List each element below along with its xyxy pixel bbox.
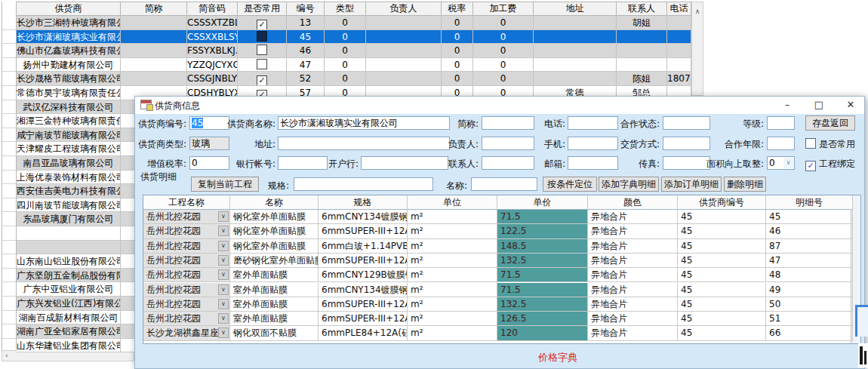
- supplier-row[interactable]: 南昌亚晶玻璃有限公司: [17, 156, 134, 171]
- common-checkbox[interactable]: ✓: [257, 20, 267, 29]
- common-checkbox-cell[interactable]: ✓: [238, 72, 287, 85]
- common-checkbox[interactable]: [257, 45, 267, 55]
- supplier-row[interactable]: 天津耀皮工程玻璃有限公司: [17, 142, 134, 156]
- chevron-down-icon[interactable]: ∨: [218, 269, 229, 280]
- common-checkbox[interactable]: ✓: [257, 75, 267, 85]
- grid-header-cell[interactable]: 负责人: [366, 2, 442, 16]
- delivery-method-input[interactable]: [663, 137, 710, 150]
- supplier-row[interactable]: 广东坚朗五金制品股份有限公司: [17, 269, 134, 283]
- detail-header-cell[interactable]: 单价: [497, 195, 588, 210]
- common-checkbox[interactable]: [257, 59, 267, 69]
- detail-header-cell[interactable]: 工程名称: [143, 195, 230, 210]
- grid-header-cell[interactable]: 简称: [121, 2, 187, 16]
- grid-header-cell[interactable]: 电话: [667, 2, 691, 16]
- project-dropdown-cell[interactable]: 岳州北控花园∨: [143, 224, 230, 238]
- project-dropdown-cell[interactable]: 岳州北控花园∨: [143, 268, 230, 282]
- spec-input[interactable]: [294, 177, 433, 191]
- supplier-row[interactable]: 上海优泰装饰材料有限公司: [17, 171, 134, 185]
- supplier-row[interactable]: 长沙晟格节能玻璃有限公司CSSGJNBLYXGS✓52000陈姐180751: [17, 72, 691, 86]
- supplier-row[interactable]: 山东南山铝业股份有限公司: [17, 254, 134, 269]
- project-dropdown-cell[interactable]: 岳州北控花园∨: [143, 254, 230, 268]
- supplier-row[interactable]: 东晶玻璃厦门有限公司: [17, 212, 134, 226]
- copy-project-button[interactable]: 复制当前工程: [191, 177, 259, 192]
- locate-by-condition-button[interactable]: 按条件定位: [543, 177, 597, 192]
- common-checkbox-cell[interactable]: ✓: [238, 16, 287, 29]
- supplier-row[interactable]: 长沙市三湘特种玻璃有限公司CSSSXTZBL...✓13000胡姐: [17, 16, 691, 30]
- detail-header-cell[interactable]: 单位: [408, 195, 497, 210]
- common-checkbox-cell[interactable]: [238, 44, 287, 57]
- chevron-down-icon[interactable]: ∨: [218, 284, 229, 295]
- chevron-down-icon[interactable]: ∨: [218, 255, 229, 266]
- supplier-row[interactable]: 湖南百成新材料有限公司: [17, 311, 134, 325]
- maximize-button[interactable]: □: [807, 97, 831, 114]
- project-dropdown-cell[interactable]: 岳州北控花园∨: [143, 297, 230, 312]
- project-bind-checkbox[interactable]: ✓工程绑定: [805, 158, 855, 171]
- close-button[interactable]: ✕: [839, 97, 863, 114]
- scroll-left-icon[interactable]: ‹: [5, 351, 8, 361]
- supplier-id-input[interactable]: 45: [189, 116, 229, 130]
- chevron-down-icon[interactable]: ∨: [218, 299, 229, 309]
- name-input[interactable]: [471, 177, 537, 191]
- vertical-scrollbar[interactable]: ∧: [691, 2, 703, 96]
- grade-input[interactable]: [767, 116, 795, 130]
- grid-header-cell[interactable]: 类型: [325, 2, 366, 16]
- project-dropdown-cell[interactable]: 岳州北控花园∨: [143, 210, 230, 224]
- grid-header-cell[interactable]: 是否常用: [238, 2, 287, 16]
- grid-header-cell[interactable]: 简音码: [187, 2, 238, 16]
- supplier-row[interactable]: 佛山市亿鑫玻璃科技有限公司FSSYXBLKJ...46000: [17, 44, 691, 58]
- common-checkbox-cell[interactable]: [238, 30, 287, 44]
- supplier-row[interactable]: 山东华建铝业集团有限公司: [17, 339, 134, 353]
- supplier-row[interactable]: 四川南玻节能玻璃有限公司: [17, 198, 134, 213]
- detail-header-cell[interactable]: 供货商编号: [678, 195, 766, 210]
- chevron-down-icon[interactable]: ∨: [783, 158, 793, 168]
- supplier-row[interactable]: 广东兴发铝业(江西)有限公司: [17, 297, 134, 311]
- vat-rate-input[interactable]: 0: [189, 156, 229, 170]
- common-checkbox-cell[interactable]: [238, 58, 287, 72]
- chevron-down-icon[interactable]: ∨: [218, 211, 229, 222]
- detail-header-cell[interactable]: 颜色: [588, 195, 678, 210]
- grid-header-cell[interactable]: 编号: [287, 2, 325, 16]
- detail-header-cell[interactable]: 名称: [230, 195, 319, 210]
- address-input[interactable]: [278, 137, 450, 150]
- supplier-row[interactable]: 长沙市潇湘玻璃实业有限公司CSSXXBLSY...45000: [17, 30, 691, 45]
- delete-detail-button[interactable]: 删除明细: [724, 177, 766, 192]
- grid-header-cell[interactable]: 加工费: [473, 2, 534, 16]
- supplier-row[interactable]: 武汉亿深科技有限公司: [17, 100, 134, 115]
- fax-input[interactable]: [663, 156, 710, 170]
- save-return-button[interactable]: 存盘返回: [805, 115, 855, 131]
- project-dropdown-cell[interactable]: 长沙龙湖祺鑫星座∨: [143, 326, 230, 340]
- project-dropdown-cell[interactable]: 岳州北控花园∨: [143, 283, 230, 297]
- project-dropdown-cell[interactable]: 岳州北控花园∨: [143, 239, 230, 254]
- coop-status-input[interactable]: [663, 116, 710, 130]
- project-dropdown-cell[interactable]: 岳州北控花园∨: [143, 312, 230, 326]
- supplier-row[interactable]: 扬州中勤建材有限公司YZZQJCYXGS47000: [17, 58, 691, 72]
- detail-header-cell[interactable]: 明细号: [766, 195, 853, 210]
- supplier-row[interactable]: [17, 226, 134, 241]
- supplier-row[interactable]: 广东中亚铝业有限公司: [17, 282, 134, 297]
- detail-header-cell[interactable]: 规格: [319, 195, 408, 210]
- grid-header-cell[interactable]: 联系人: [617, 2, 667, 16]
- coop-years-input[interactable]: [767, 137, 795, 150]
- supplier-type-input[interactable]: 玻璃: [189, 137, 229, 150]
- chevron-down-icon[interactable]: ∨: [218, 327, 229, 338]
- chevron-down-icon[interactable]: ∨: [218, 241, 229, 251]
- common-checkbox[interactable]: [257, 31, 267, 42]
- minimize-button[interactable]: –: [775, 97, 799, 114]
- add-dict-detail-button[interactable]: 添加字典明细: [599, 177, 659, 192]
- scroll-up-icon[interactable]: ∧: [695, 7, 700, 17]
- grid-header-cell[interactable]: 税率: [442, 2, 473, 16]
- bank-account-input[interactable]: [278, 156, 328, 170]
- add-order-detail-button[interactable]: 添加订单明细: [661, 177, 722, 192]
- grid-header-cell[interactable]: 地址: [534, 2, 617, 16]
- chevron-down-icon[interactable]: ∨: [218, 226, 229, 236]
- supplier-row[interactable]: 西安佳吉美电力科技有限公司: [17, 184, 134, 198]
- grid-header-cell[interactable]: 供货商: [17, 2, 121, 16]
- supplier-name-input[interactable]: 长沙市潇湘玻璃实业有限公司: [278, 116, 450, 130]
- round-up-select[interactable]: 0∨: [767, 156, 795, 170]
- chevron-down-icon[interactable]: ∨: [218, 313, 229, 324]
- common-use-checkbox[interactable]: 是否常用: [805, 138, 855, 151]
- supplier-row[interactable]: [17, 241, 134, 255]
- supplier-row[interactable]: 咸宁南玻节能玻璃有限公司: [17, 128, 134, 143]
- supplier-row[interactable]: 湘潭三金特种玻璃有限责任公司: [17, 114, 134, 128]
- supplier-row[interactable]: 湖南广亚全铝家居有限公司: [17, 324, 134, 339]
